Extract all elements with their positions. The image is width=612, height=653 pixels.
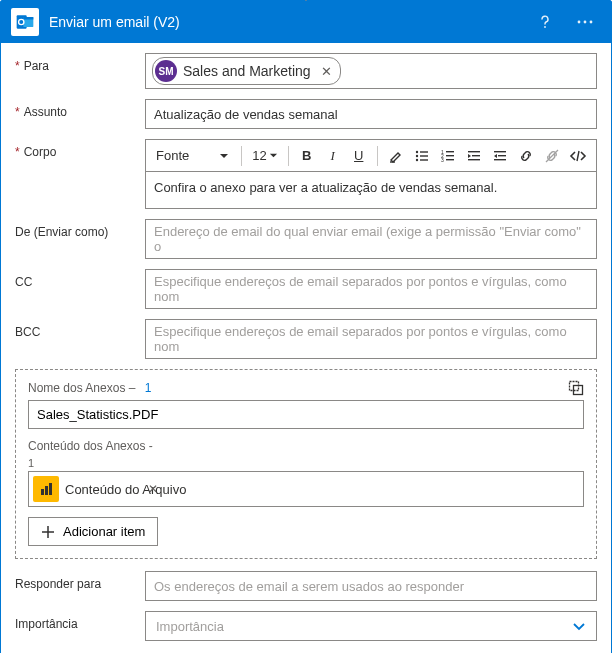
svg-rect-23 [494,151,506,152]
recipient-chip[interactable]: SM Sales and Marketing ✕ [152,57,341,85]
svg-rect-30 [41,489,44,495]
chevron-down-icon [572,619,586,633]
action-card: Enviar um email (V2) Para SM Sales and M… [0,0,612,653]
body-editor[interactable]: Confira o anexo para ver a atualização d… [145,171,597,209]
svg-text:3: 3 [441,157,444,163]
attachment-content-label: Conteúdo dos Anexos - [28,439,584,453]
rte-toolbar: Fonte 12 B I U [145,139,597,171]
clear-format-button[interactable] [384,143,408,169]
svg-point-7 [590,21,593,24]
card-title: Enviar um email (V2) [49,14,521,30]
svg-rect-9 [420,151,428,152]
svg-rect-17 [446,155,454,156]
token-label: Conteúdo do Arquivo [65,482,186,497]
subject-input[interactable]: Atualização de vendas semanal [145,99,597,129]
svg-point-12 [416,158,418,160]
underline-button[interactable]: U [347,143,371,169]
svg-point-4 [544,26,546,28]
flow-connector-arrow [298,0,314,2]
svg-line-27 [577,151,579,161]
link-button[interactable] [514,143,538,169]
from-label: De (Enviar como) [15,219,145,239]
card-header: Enviar um email (V2) [1,1,611,43]
dynamic-content-token[interactable]: Conteúdo do Arquivo ✕ [33,476,158,502]
svg-rect-15 [446,151,454,152]
font-family-select[interactable]: Fonte [150,143,235,169]
add-item-button[interactable]: Adicionar item [28,517,158,546]
cc-label: CC [15,269,145,289]
remove-recipient-icon[interactable]: ✕ [321,64,332,79]
svg-rect-25 [494,159,506,160]
attachment-content-count: 1 [28,457,584,469]
outlook-icon [11,8,39,36]
attachment-content-input[interactable]: Conteúdo do Arquivo ✕ [28,471,584,507]
svg-point-5 [578,21,581,24]
font-size-select[interactable]: 12 [248,143,281,169]
attachment-name-input[interactable]: Sales_Statistics.PDF [28,400,584,429]
italic-button[interactable]: I [321,143,345,169]
help-button[interactable] [531,10,559,34]
svg-rect-11 [420,155,428,156]
svg-rect-32 [49,483,52,495]
svg-rect-22 [468,159,480,160]
svg-rect-31 [45,486,48,495]
svg-rect-19 [446,159,454,160]
importance-label: Importância [15,611,145,631]
attachment-name-label: Nome dos Anexos – 1 [28,381,151,395]
to-field[interactable]: SM Sales and Marketing ✕ [145,53,597,89]
cc-input[interactable]: Especifique endereços de email separados… [145,269,597,309]
replyto-input[interactable]: Os endereços de email a serem usados ao … [145,571,597,601]
unlink-button[interactable] [540,143,564,169]
svg-rect-2 [23,17,33,20]
svg-rect-21 [472,155,480,156]
svg-point-8 [416,150,418,152]
subject-label: Assunto [15,99,145,119]
recipient-name: Sales and Marketing [183,63,311,79]
to-label: Para [15,53,145,73]
more-button[interactable] [569,10,601,34]
bcc-label: BCC [15,319,145,339]
importance-select[interactable]: Importância [145,611,597,641]
avatar: SM [155,60,177,82]
switch-array-mode-icon[interactable] [568,380,584,396]
svg-point-10 [416,154,418,156]
attachments-group: Nome dos Anexos – 1 Sales_Statistics.PDF… [15,369,597,559]
indent-button[interactable] [488,143,512,169]
svg-point-6 [584,21,587,24]
plus-icon [41,525,55,539]
numbering-button[interactable]: 123 [436,143,460,169]
remove-token-icon[interactable]: ✕ [148,482,158,496]
body-label: Corpo [15,139,145,159]
svg-rect-24 [498,155,506,156]
bcc-input[interactable]: Especifique endereços de email separados… [145,319,597,359]
svg-rect-20 [468,151,480,152]
code-view-button[interactable] [566,143,590,169]
from-input[interactable]: Endereço de email do qual enviar email (… [145,219,597,259]
replyto-label: Responder para [15,571,145,591]
bold-button[interactable]: B [295,143,319,169]
svg-rect-13 [420,159,428,160]
powerbi-icon [33,476,59,502]
bullets-button[interactable] [410,143,434,169]
outdent-button[interactable] [462,143,486,169]
